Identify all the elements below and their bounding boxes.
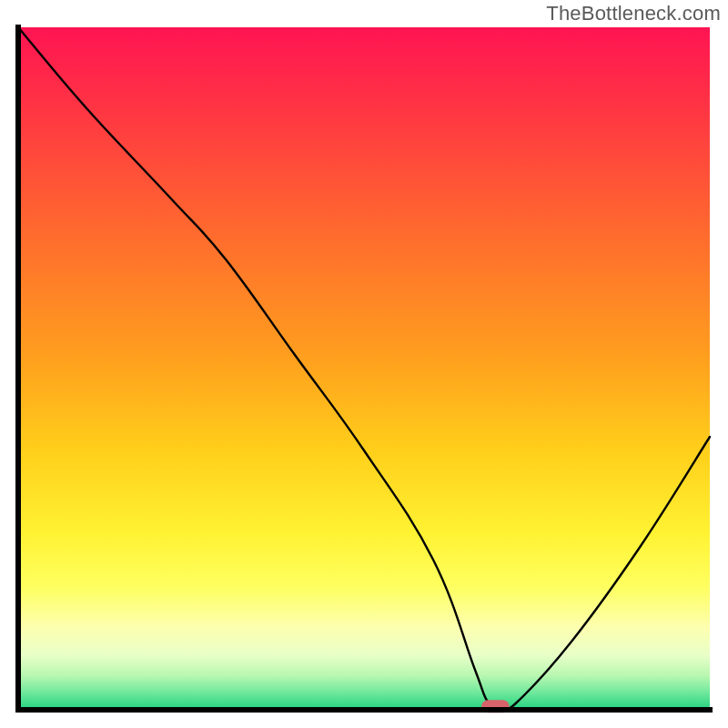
bottleneck-chart <box>0 0 728 728</box>
watermark-text: TheBottleneck.com <box>546 2 721 25</box>
chart-frame: TheBottleneck.com <box>0 0 728 728</box>
gradient-background <box>18 27 710 710</box>
